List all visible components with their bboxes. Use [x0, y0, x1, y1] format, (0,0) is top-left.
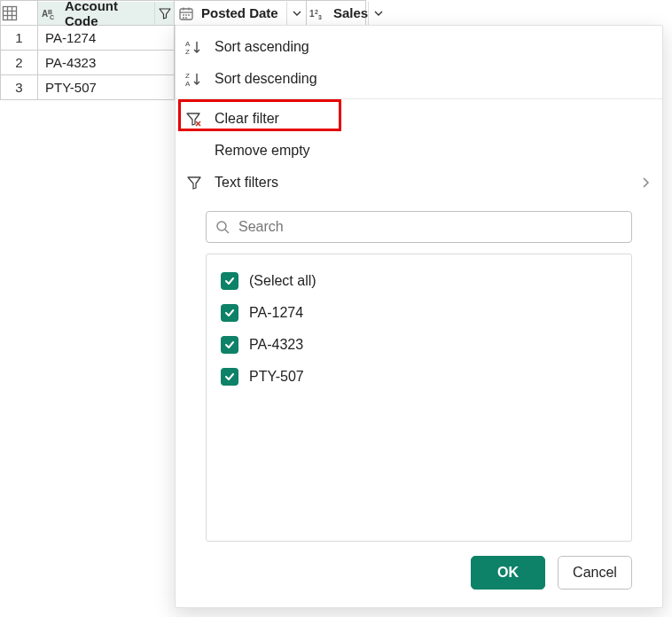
sort-asc-icon: AZ: [184, 37, 204, 57]
menu-item-clear-filter[interactable]: Clear filter: [176, 103, 662, 135]
column-header-account-code[interactable]: ABC Account Code: [38, 2, 174, 25]
column-header-posted-date[interactable]: Posted Date: [175, 2, 306, 25]
checkbox-checked-icon[interactable]: [221, 272, 238, 290]
menu-label: Text filters: [215, 175, 630, 191]
ok-label: OK: [497, 565, 519, 581]
chevron-down-icon: [293, 9, 301, 18]
row-number: 3: [1, 75, 38, 100]
column-filter-button-sales[interactable]: [368, 2, 387, 25]
chevron-down-icon: [374, 9, 383, 18]
menu-label: Sort descending: [215, 71, 650, 87]
filter-option-label: PA-4323: [249, 337, 303, 353]
filter-option[interactable]: PA-4323: [221, 329, 617, 361]
checkbox-checked-icon[interactable]: [221, 368, 238, 386]
cell-account-code[interactable]: PA-1274: [38, 26, 175, 51]
row-number: 1: [1, 26, 38, 51]
number-type-icon: 123: [307, 2, 330, 25]
filter-option[interactable]: PA-1274: [221, 297, 617, 329]
filter-icon: [184, 173, 204, 192]
clear-filter-icon: [184, 109, 204, 129]
svg-point-13: [185, 14, 187, 16]
menu-label: Sort ascending: [215, 39, 650, 55]
checkbox-checked-icon[interactable]: [221, 336, 238, 354]
row-number: 2: [1, 51, 38, 75]
svg-point-15: [183, 17, 184, 19]
menu-item-text-filters[interactable]: Text filters: [176, 167, 662, 199]
filter-option[interactable]: PTY-507: [221, 361, 617, 393]
svg-line-29: [225, 230, 229, 233]
checkbox-checked-icon[interactable]: [221, 304, 238, 322]
svg-text:A: A: [185, 40, 191, 48]
svg-point-16: [185, 17, 187, 19]
menu-label: Remove empty: [215, 143, 650, 159]
menu-item-sort-ascending[interactable]: AZ Sort ascending: [176, 31, 662, 63]
svg-text:Z: Z: [185, 72, 190, 80]
sort-desc-icon: ZA: [184, 69, 204, 89]
column-label: Sales: [330, 5, 368, 20]
ok-button[interactable]: OK: [471, 556, 545, 590]
filter-option-label: PTY-507: [249, 369, 304, 385]
chevron-right-icon: [641, 176, 650, 189]
column-label: Posted Date: [198, 5, 286, 20]
search-box[interactable]: [206, 211, 632, 243]
svg-point-12: [183, 14, 184, 16]
menu-item-sort-descending[interactable]: ZA Sort descending: [176, 63, 662, 95]
column-filter-button-account-code[interactable]: [154, 2, 174, 25]
svg-text:3: 3: [318, 14, 322, 20]
column-label: Account Code: [61, 0, 154, 28]
svg-text:Z: Z: [185, 48, 190, 55]
search-icon: [215, 220, 230, 234]
filter-option-label: PA-1274: [249, 305, 303, 321]
menu-item-remove-empty[interactable]: Remove empty: [176, 135, 662, 167]
search-input[interactable]: [237, 218, 622, 236]
select-all-corner[interactable]: [1, 1, 38, 26]
svg-rect-0: [4, 6, 17, 20]
filter-popup: AZ Sort ascending ZA Sort descending: [175, 25, 663, 608]
filter-option-label: (Select all): [249, 273, 316, 289]
table-icon: [2, 5, 18, 21]
svg-text:A: A: [185, 80, 191, 87]
blank-icon: [184, 141, 204, 160]
filter-option-select-all[interactable]: (Select all): [221, 265, 617, 297]
text-type-icon: ABC: [38, 2, 61, 25]
menu-label: Clear filter: [215, 111, 650, 127]
cell-account-code[interactable]: PTY-507: [38, 75, 175, 100]
column-header-sales[interactable]: 123 Sales: [307, 2, 365, 25]
separator: [176, 98, 662, 99]
svg-point-14: [188, 14, 190, 16]
cancel-label: Cancel: [573, 565, 617, 581]
cell-account-code[interactable]: PA-4323: [38, 51, 175, 75]
date-type-icon: [175, 2, 198, 25]
filter-values-list[interactable]: (Select all) PA-1274 PA-4323 PTY-507: [206, 254, 632, 542]
column-filter-button-posted-date[interactable]: [286, 2, 306, 25]
filter-active-icon: [159, 7, 171, 20]
svg-text:C: C: [50, 14, 54, 20]
svg-point-28: [217, 222, 226, 230]
cancel-button[interactable]: Cancel: [558, 556, 632, 590]
